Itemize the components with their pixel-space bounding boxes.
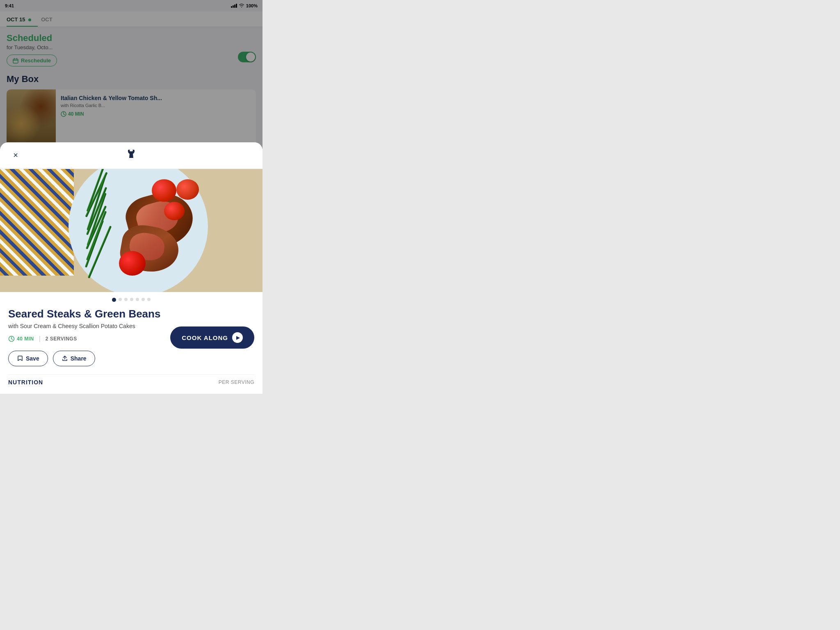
svg-rect-15 [130,150,133,151]
dot-2[interactable] [119,298,122,301]
tomato-3 [164,202,185,220]
save-label: Save [26,355,39,362]
tomato-1 [152,179,176,202]
cook-along-button[interactable]: COOK ALONG [170,326,254,349]
time-label: 40 MIN [17,336,34,342]
dot-4[interactable] [130,298,133,301]
green-beans [68,177,125,272]
modal-actions: Save Share [8,351,254,375]
dot-7[interactable] [147,298,151,301]
napkin-decoration [0,169,74,276]
modal-header: × [0,142,262,169]
modal-sheet: × [0,142,262,394]
dot-5[interactable] [136,298,139,301]
dot-3[interactable] [124,298,128,301]
dot-6[interactable] [142,298,145,301]
nutrition-title: NUTRITION [8,379,43,386]
modal-content: Seared Steaks & Green Beans with Sour Cr… [0,308,262,394]
cook-along-label: COOK ALONG [182,334,228,341]
modal-close-button[interactable]: × [8,148,23,163]
carousel-dots [0,292,262,306]
modal-food-image [0,169,262,292]
modal-recipe-title: Seared Steaks & Green Beans [8,308,254,320]
apron-icon [126,148,137,162]
svg-line-18 [11,339,13,340]
dot-1[interactable] [112,298,116,302]
tomato-2 [176,179,199,200]
modal-overlay[interactable]: × [0,0,262,394]
share-button[interactable]: Share [53,351,95,366]
time-meta: 40 MIN [8,336,34,342]
share-label: Share [71,355,87,362]
save-button[interactable]: Save [8,351,48,366]
servings-meta: 2 SERVINGS [46,336,77,342]
per-serving-label: PER SERVING [219,379,254,385]
meta-divider: | [39,335,41,342]
tomato-4 [119,251,146,276]
nutrition-section: NUTRITION PER SERVING [8,375,254,386]
cook-along-arrow-icon [232,332,243,343]
close-icon: × [13,151,18,160]
